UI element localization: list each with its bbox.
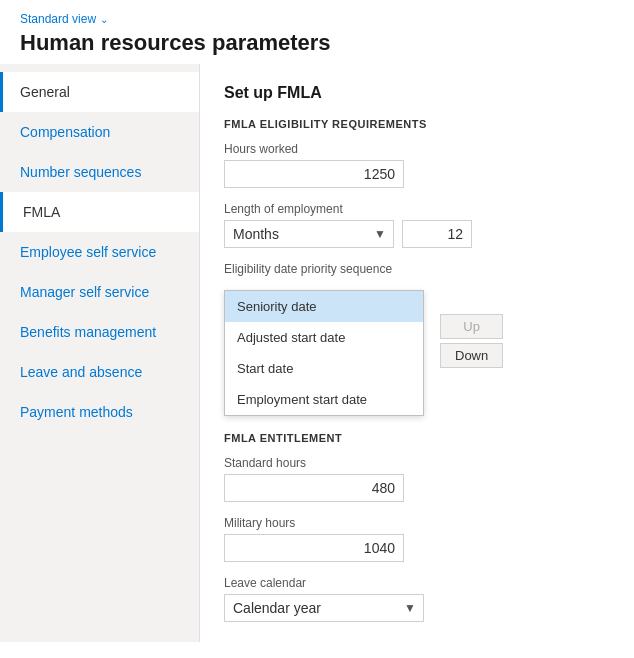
leave-calendar-wrapper: Calendar year Fiscal year ▼: [224, 594, 424, 622]
leave-calendar-label: Leave calendar: [224, 576, 610, 590]
standard-view-label: Standard view: [20, 12, 96, 26]
length-of-employment-field: Length of employment Months Years Days ▼: [224, 202, 610, 248]
down-button[interactable]: Down: [440, 343, 503, 368]
sidebar-item-compensation[interactable]: Compensation: [0, 112, 199, 152]
eligibility-date-label: Eligibility date priority sequence: [224, 262, 610, 276]
sidebar-item-number-sequences[interactable]: Number sequences: [0, 152, 199, 192]
length-value-input[interactable]: [402, 220, 472, 248]
page-title: Human resources parameters: [20, 30, 614, 56]
entitlement-section: FMLA ENTITLEMENT Standard hours Military…: [224, 432, 610, 622]
sidebar-item-fmla[interactable]: FMLA: [0, 192, 199, 232]
sidebar-item-employee-self-service[interactable]: Employee self service: [0, 232, 199, 272]
sidebar-item-general[interactable]: General: [0, 72, 199, 112]
length-of-employment-row: Months Years Days ▼: [224, 220, 610, 248]
dropdown-option-start-date[interactable]: Start date: [225, 353, 423, 384]
eligibility-section-label: FMLA ELIGIBILITY REQUIREMENTS: [224, 118, 610, 130]
sidebar-item-leave-and-absence[interactable]: Leave and absence: [0, 352, 199, 392]
entitlement-section-label: FMLA ENTITLEMENT: [224, 432, 610, 444]
priority-dropdown-list: Seniority date Adjusted start date Start…: [224, 290, 424, 416]
standard-view-link[interactable]: Standard view ⌄: [20, 12, 614, 26]
standard-hours-label: Standard hours: [224, 456, 610, 470]
sidebar: General Compensation Number sequences FM…: [0, 64, 200, 642]
length-dropdown[interactable]: Months Years Days: [224, 220, 394, 248]
main-layout: General Compensation Number sequences FM…: [0, 64, 634, 642]
sidebar-item-payment-methods[interactable]: Payment methods: [0, 392, 199, 432]
length-of-employment-label: Length of employment: [224, 202, 610, 216]
military-hours-input[interactable]: [224, 534, 404, 562]
standard-hours-input[interactable]: [224, 474, 404, 502]
section-title: Set up FMLA: [224, 84, 610, 102]
dropdown-option-adjusted-start-date[interactable]: Adjusted start date: [225, 322, 423, 353]
leave-calendar-dropdown[interactable]: Calendar year Fiscal year: [224, 594, 424, 622]
up-button[interactable]: Up: [440, 314, 503, 339]
header: Standard view ⌄ Human resources paramete…: [0, 0, 634, 64]
hours-worked-label: Hours worked: [224, 142, 610, 156]
eligibility-date-field: Eligibility date priority sequence: [224, 262, 610, 276]
sidebar-item-benefits-management[interactable]: Benefits management: [0, 312, 199, 352]
standard-hours-field: Standard hours: [224, 456, 610, 502]
military-hours-label: Military hours: [224, 516, 610, 530]
dropdown-option-seniority-date[interactable]: Seniority date: [225, 291, 423, 322]
priority-sequence-area: Eligibility date priority sequence Senio…: [224, 262, 610, 622]
updown-button-group: Up Down: [440, 314, 503, 368]
leave-calendar-field: Leave calendar Calendar year Fiscal year…: [224, 576, 610, 622]
length-dropdown-wrapper: Months Years Days ▼: [224, 220, 394, 248]
priority-row: Seniority date Adjusted start date Start…: [224, 290, 610, 416]
hours-worked-field: Hours worked: [224, 142, 610, 188]
dropdown-option-employment-start-date[interactable]: Employment start date: [225, 384, 423, 415]
military-hours-field: Military hours: [224, 516, 610, 562]
content-area: Set up FMLA FMLA ELIGIBILITY REQUIREMENT…: [200, 64, 634, 642]
chevron-down-icon: ⌄: [100, 14, 108, 25]
sidebar-item-manager-self-service[interactable]: Manager self service: [0, 272, 199, 312]
hours-worked-input[interactable]: [224, 160, 404, 188]
